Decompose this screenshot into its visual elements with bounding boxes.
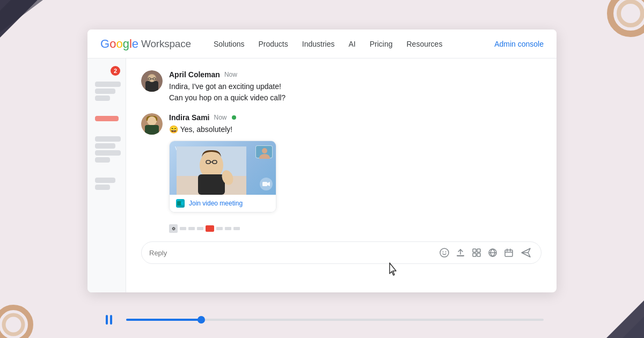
upload-icon[interactable] [455, 247, 466, 258]
google-g-letter: G [100, 37, 109, 51]
emoji-picker-icon[interactable] [439, 247, 450, 258]
pause-bar-right [110, 315, 112, 325]
action-icon-1[interactable]: ⚙ [169, 224, 178, 233]
video-pip-thumbnail [255, 145, 273, 158]
svg-point-37 [443, 252, 444, 253]
svg-point-21 [262, 148, 267, 153]
action-bar-2 [188, 227, 195, 230]
google-o1-letter: o [109, 37, 115, 51]
nav-solutions[interactable]: Solutions [214, 40, 245, 48]
svg-point-12 [148, 75, 156, 82]
message-time-indira: Now [214, 114, 226, 121]
svg-point-22 [259, 154, 270, 159]
svg-rect-39 [473, 249, 476, 252]
sidebar-bar-1 [95, 82, 121, 87]
apps-icon[interactable] [487, 247, 498, 258]
message-action-bar: ⚙ [169, 224, 541, 233]
svg-rect-34 [177, 201, 181, 205]
nav-industries[interactable]: Industries [302, 40, 335, 48]
playback-bar [87, 311, 557, 328]
sender-name-indira: Indira Sami [169, 113, 209, 122]
message-text-april: Indira, I've got an exciting update! Can… [169, 81, 541, 104]
sidebar-unread-badge: 2 [111, 66, 120, 76]
svg-point-2 [610, 0, 644, 34]
progress-track[interactable] [126, 319, 544, 321]
action-badge-red [206, 225, 214, 232]
action-bar-1 [180, 227, 186, 230]
content-area: 2 [87, 58, 557, 292]
google-e-letter: e [132, 37, 138, 51]
nav-resources[interactable]: Resources [406, 40, 442, 48]
sidebar-bar-6 [95, 150, 121, 156]
svg-rect-32 [262, 182, 267, 186]
decorative-shape-tr [574, 0, 644, 70]
svg-point-4 [0, 307, 31, 338]
decorative-shape-br [580, 274, 644, 338]
google-meet-icon [176, 199, 185, 208]
nav-ai[interactable]: AI [348, 40, 355, 48]
video-cam-icon [260, 178, 273, 190]
sidebar-bar-2 [95, 89, 115, 94]
chat-area: April Coleman Now Indira, I've got an ex… [126, 58, 557, 292]
action-bar-3 [197, 227, 203, 230]
online-indicator [232, 115, 236, 120]
message-text-indira: 😄 Yes, absolutely! [169, 124, 541, 135]
message-indira: Indira Sami Now 😄 Yes, absolutely! Video… [141, 113, 541, 212]
svg-point-38 [445, 252, 447, 253]
message-time-april: Now [224, 71, 237, 78]
google-l-letter: l [129, 37, 131, 51]
sidebar-bar-5 [95, 143, 115, 149]
pause-bar-left [106, 315, 108, 325]
grid-icon[interactable] [471, 247, 482, 258]
svg-marker-33 [267, 182, 270, 186]
pause-icon [106, 315, 112, 325]
video-presenter [170, 146, 253, 195]
svg-rect-19 [145, 125, 159, 135]
video-preview: Video Meeting [170, 141, 276, 195]
message-content-april: April Coleman Now Indira, I've got an ex… [169, 70, 541, 104]
sidebar-bar-active[interactable] [95, 116, 119, 121]
sender-name-april: April Coleman [169, 70, 220, 79]
video-meeting-card[interactable]: Video Meeting [169, 141, 276, 212]
svg-point-27 [202, 151, 221, 172]
nav-pricing[interactable]: Pricing [370, 40, 393, 48]
pause-button[interactable] [100, 311, 118, 328]
send-button[interactable] [518, 245, 533, 260]
nav-links: Solutions Products Industries AI Pricing… [214, 40, 479, 48]
svg-marker-7 [623, 317, 644, 338]
svg-point-36 [440, 248, 449, 257]
calendar-icon[interactable] [503, 247, 514, 258]
progress-fill [126, 319, 201, 321]
message-header-april: April Coleman Now [169, 70, 541, 79]
message-content-indira: Indira Sami Now 😄 Yes, absolutely! Video… [169, 113, 541, 212]
navigation-bar: G o o g l e Workspace Solutions Products… [87, 30, 557, 58]
sidebar-bar-3 [95, 95, 110, 101]
sidebar-bar-8 [95, 178, 115, 183]
progress-thumb[interactable] [197, 316, 205, 324]
admin-console-link[interactable]: Admin console [494, 40, 544, 48]
join-video-label[interactable]: Join video meeting [189, 200, 243, 207]
svg-rect-41 [473, 253, 476, 256]
decorative-shape-bl [0, 279, 59, 338]
sidebar-bar-4 [95, 136, 121, 142]
svg-rect-40 [477, 249, 480, 252]
nav-products[interactable]: Products [259, 40, 288, 48]
sidebar: 2 [87, 58, 126, 292]
action-bar-6 [233, 227, 240, 230]
svg-point-20 [148, 116, 156, 125]
sidebar-bar-9 [95, 185, 110, 190]
message-april: April Coleman Now Indira, I've got an ex… [141, 70, 541, 104]
reply-icons-group [439, 247, 514, 258]
google-o2-letter: o [116, 37, 122, 51]
svg-rect-11 [145, 81, 158, 92]
svg-point-5 [4, 315, 23, 334]
avatar-april [141, 70, 163, 92]
reply-input[interactable] [149, 249, 435, 257]
logo: G o o g l e Workspace [100, 37, 191, 51]
video-join-bar[interactable]: Join video meeting [170, 195, 276, 212]
browser-window: G o o g l e Workspace Solutions Products… [87, 30, 557, 292]
message-header-indira: Indira Sami Now [169, 113, 541, 122]
decorative-shape-tl [0, 0, 54, 54]
svg-point-3 [619, 2, 642, 25]
google-logo: G o o g l e [100, 37, 138, 51]
